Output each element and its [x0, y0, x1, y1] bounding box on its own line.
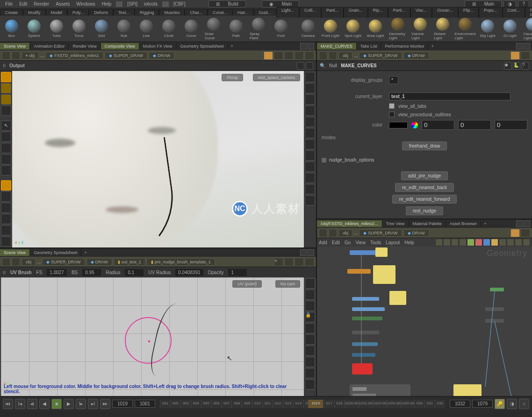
play-button[interactable]: ▶	[64, 399, 74, 409]
vp-camera-dropdown[interactable]: rest_space_camera	[253, 74, 300, 81]
shelf-tool-path[interactable]: Path	[227, 20, 245, 38]
max4[interactable]	[516, 220, 523, 227]
shelf-tool-grid[interactable]: Grid	[93, 20, 110, 38]
timeline-marker[interactable]: 1019	[308, 400, 323, 408]
d9[interactable]	[305, 368, 315, 378]
shelf-tab-0[interactable]: Create	[0, 9, 23, 15]
btn2d[interactable]	[305, 258, 314, 266]
disp-g[interactable]	[305, 139, 315, 149]
d10[interactable]	[305, 379, 315, 389]
shelf-tab-r-3[interactable]: Grain...	[344, 7, 368, 18]
nav-back2[interactable]	[2, 258, 10, 266]
tab-geom-spread[interactable]: Geometry Spreadsheet	[177, 43, 228, 49]
crumb4-1[interactable]: ◆SUPER_DRAW	[359, 229, 402, 237]
node-g[interactable]	[352, 342, 378, 346]
help-icon2[interactable]: ?	[522, 62, 529, 70]
nm-go[interactable]: Go	[345, 240, 351, 245]
tab-geom-spread2[interactable]: Geometry Spreadsheet	[30, 249, 81, 256]
search-icon[interactable]: 🔍	[320, 63, 325, 68]
nv-10[interactable]	[507, 239, 514, 246]
crumb-obj[interactable]: obj	[22, 52, 39, 59]
btn-d[interactable]	[305, 51, 314, 60]
dd2[interactable]	[284, 258, 294, 266]
shelf-tab-r-7[interactable]: Ocean...	[432, 7, 458, 18]
color-wheel-icon[interactable]	[411, 122, 418, 128]
nm-view[interactable]: View	[355, 240, 366, 245]
shelf-tab-10[interactable]: Hair...	[232, 9, 254, 15]
node-box-bottom[interactable]	[350, 384, 410, 396]
node-red[interactable]	[352, 363, 373, 375]
nm-add[interactable]: Add	[319, 240, 327, 245]
nv-2[interactable]	[443, 239, 451, 246]
menu2[interactable]	[308, 249, 314, 256]
nv-4[interactable]	[459, 239, 467, 246]
tab-mat-palette[interactable]: Material Palette	[409, 220, 446, 227]
disp-e[interactable]	[305, 117, 315, 127]
key-icon[interactable]: 🔑	[495, 399, 505, 409]
menu-edit[interactable]: Edit	[16, 1, 30, 7]
shelf-tool-draw-curve[interactable]: Draw Curve	[205, 18, 223, 40]
sel-dyn-icon[interactable]	[1, 94, 11, 105]
menu-iotools[interactable]: iotools	[141, 1, 161, 7]
sel-group-icon[interactable]	[1, 106, 11, 116]
active-tool-icon[interactable]	[1, 180, 11, 191]
nav-fwd4[interactable]	[329, 229, 337, 237]
tab-asset-browser[interactable]: Asset Browser	[446, 220, 481, 227]
val-radius[interactable]: 0.1	[125, 269, 144, 276]
shelf-tool-circle[interactable]: Circle	[160, 20, 178, 38]
bl-viewport[interactable]: UV (point) No cam ↖ x y Left mouse for f…	[1, 277, 304, 396]
tab-motionfx-view[interactable]: Motion FX View	[139, 43, 177, 49]
snap-grid-icon[interactable]	[1, 191, 11, 202]
shelf-tool-spot-light[interactable]: Spot Light	[344, 20, 362, 38]
tab-perfmon[interactable]: Performance Monitor	[381, 43, 428, 49]
shelf-tool-environment-light[interactable]: Environment Light	[456, 18, 474, 40]
menu-cbf[interactable]: [CBF]	[170, 1, 189, 7]
disp-opts-icon[interactable]	[305, 72, 315, 82]
nm-tools[interactable]: Tools	[370, 240, 381, 245]
global-end-frame[interactable]: 1079	[472, 400, 493, 408]
menu-assets[interactable]: Assets	[52, 1, 73, 7]
crumb2-4[interactable]: ▮pre_nudge_brush_template_1	[147, 258, 215, 266]
realtime-toggle[interactable]: ◑	[507, 399, 517, 409]
disp-k[interactable]	[305, 184, 315, 194]
disp-f[interactable]	[305, 128, 315, 138]
maximize-icon[interactable]	[300, 43, 307, 49]
step-fwd-button[interactable]: Ⅰ▸	[76, 399, 86, 409]
node-network[interactable]: Geometry	[317, 247, 532, 396]
shelf-tool-torus[interactable]: Torus	[70, 20, 88, 38]
menu-help[interactable]: Help	[99, 1, 115, 7]
crumb3-obj[interactable]: obj	[338, 52, 352, 59]
shelf-tool-point-light[interactable]: Point Light	[322, 20, 339, 38]
input-current-layer[interactable]	[389, 92, 510, 100]
shelf-tool-font[interactable]: Font	[272, 20, 290, 38]
pose-icon[interactable]	[1, 165, 11, 176]
tab-take-list[interactable]: Take List	[357, 43, 381, 49]
nm-help[interactable]: Help	[404, 240, 414, 245]
node-b[interactable]	[347, 269, 371, 274]
node-c[interactable]	[352, 297, 379, 301]
last-frame-button[interactable]: ⏭	[100, 399, 110, 409]
pin-icon[interactable]	[264, 51, 273, 60]
btn-add-pre-nudge[interactable]: add_pre_nudge	[401, 171, 448, 180]
disp-l[interactable]	[305, 195, 315, 205]
crumb3-2[interactable]: ◆DRAW	[403, 52, 429, 59]
nv-8[interactable]	[491, 239, 498, 246]
opt-y[interactable]	[297, 269, 304, 276]
end-frame[interactable]: 1032	[450, 400, 470, 408]
shelf-tab-6[interactable]: Rigging	[135, 9, 159, 15]
sticky-1[interactable]	[375, 247, 388, 257]
node-right-2[interactable]	[485, 307, 504, 311]
shelf-tool-distant-light[interactable]: Distant Light	[434, 18, 452, 40]
shelf-tab-r-4[interactable]: Rip...	[368, 7, 388, 18]
crumb2-1[interactable]: ◆SUPER_DRAW	[42, 258, 85, 266]
crumb2-3[interactable]: ▮out_test_1	[114, 258, 145, 266]
color-r[interactable]	[422, 120, 454, 130]
shelf-tab-r-9[interactable]: Popu...	[479, 7, 503, 18]
shelf-tool-sky-light[interactable]: Sky Light	[479, 20, 496, 38]
current-frame[interactable]: 1019	[112, 400, 133, 408]
nm-edit[interactable]: Edit	[332, 240, 340, 245]
arrow-icon[interactable]: ↖	[1, 120, 11, 131]
tab-tree-view[interactable]: Tree View	[382, 220, 409, 227]
node-e[interactable]	[352, 317, 382, 320]
btn-reedit-fwd[interactable]: re_edit_nearest_forward	[392, 195, 457, 204]
